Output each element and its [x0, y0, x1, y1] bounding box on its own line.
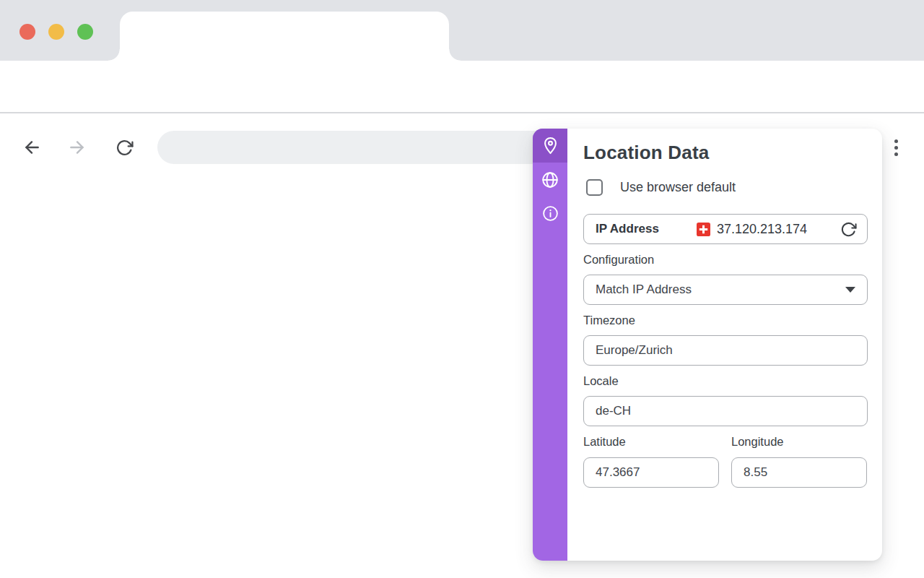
kebab-dot [894, 152, 898, 156]
browser-tab[interactable] [120, 12, 449, 61]
browser-titlebar [0, 0, 924, 61]
reload-icon [116, 139, 134, 157]
ip-address-value: 37.120.213.174 [717, 222, 840, 237]
reload-button[interactable] [111, 134, 137, 160]
forward-arrow-icon [68, 138, 87, 157]
close-window-button[interactable] [19, 24, 35, 40]
popup-panel: Location Data Use browser default IP Add… [567, 129, 882, 561]
configuration-label: Configuration [583, 253, 654, 267]
longitude-label: Longitude [731, 435, 784, 449]
window-controls [19, 24, 93, 40]
globe-icon [541, 171, 559, 189]
refresh-ip-button[interactable] [840, 220, 857, 238]
use-browser-default-row: Use browser default [586, 179, 736, 196]
sidebar-item-info[interactable] [533, 197, 567, 230]
location-data-popup: Location Data Use browser default IP Add… [533, 129, 882, 561]
info-icon [541, 204, 559, 223]
maximize-window-button[interactable] [77, 24, 93, 40]
use-browser-default-label[interactable]: Use browser default [620, 180, 736, 195]
page-title: Location Data [583, 142, 710, 164]
popup-sidebar [533, 129, 567, 561]
longitude-input[interactable] [731, 457, 867, 488]
latitude-label: Latitude [583, 435, 626, 449]
sidebar-item-globe[interactable] [533, 163, 567, 197]
locale-input[interactable] [583, 396, 868, 426]
refresh-ip-icon [840, 221, 857, 238]
kebab-dot [894, 139, 898, 143]
kebab-dot [894, 146, 898, 150]
configuration-select[interactable]: Match IP Address [583, 275, 868, 305]
browser-menu-button[interactable] [890, 137, 902, 158]
timezone-label: Timezone [583, 314, 635, 327]
browser-toolbar [0, 61, 924, 113]
sidebar-item-location[interactable] [533, 129, 567, 163]
back-arrow-icon [22, 138, 41, 157]
minimize-window-button[interactable] [48, 24, 64, 40]
ip-address-label: IP Address [596, 222, 659, 236]
latitude-input[interactable] [583, 457, 719, 488]
forward-button[interactable] [64, 134, 90, 160]
swiss-flag-icon [697, 223, 710, 236]
locale-label: Locale [583, 374, 619, 388]
use-browser-default-checkbox[interactable] [586, 179, 603, 196]
back-button[interactable] [19, 134, 45, 160]
location-pin-icon [541, 136, 560, 155]
ip-address-box: IP Address 37.120.213.174 [583, 214, 868, 244]
chevron-down-icon [845, 287, 855, 293]
configuration-selected-value: Match IP Address [596, 282, 692, 297]
timezone-input[interactable] [583, 335, 868, 366]
